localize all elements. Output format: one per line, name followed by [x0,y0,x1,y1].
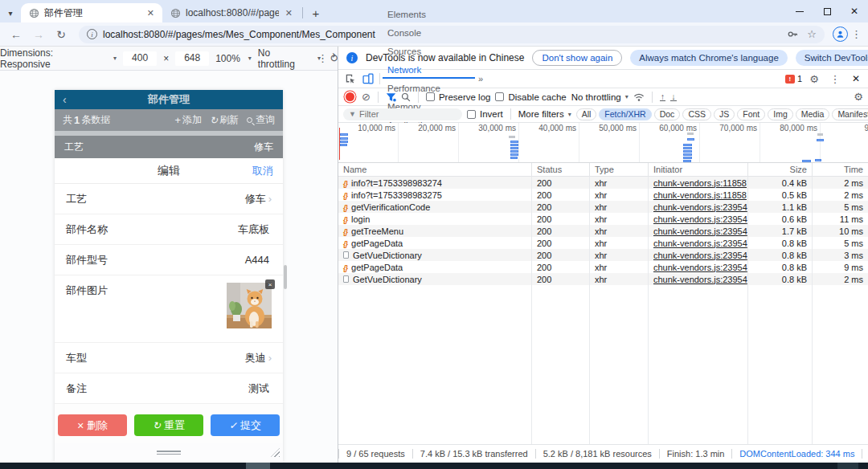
request-type-filter-pill[interactable]: Manifest [832,108,868,120]
request-type-filter-pill[interactable]: Font [737,108,765,120]
form-field-row[interactable]: 部件名称 车底板 [55,214,283,245]
device-toolbar-toggle-icon[interactable] [359,70,377,88]
device-toolbar-menu-icon[interactable]: ⋮ [317,52,328,64]
height-input[interactable] [175,51,209,66]
network-settings-icon[interactable]: ⚙ [854,91,863,103]
column-header-type[interactable]: Type [590,163,649,177]
record-network-log-button[interactable] [346,92,354,101]
back-chevron-icon[interactable]: ‹ [63,93,67,106]
network-request-row[interactable]: info?t=1753398983275 200 xhr chunk-vendo… [338,189,868,201]
network-overview-timeline[interactable]: 10,000 ms 20,000 ms 30,000 ms 40,000 ms … [338,123,868,163]
network-request-row[interactable]: getTreeMenu 200 xhr chunk-vendors.js:239… [338,225,868,237]
devtools-menu-icon[interactable]: ⋮ [826,70,844,88]
network-request-row[interactable]: getPageData 200 xhr chunk-vendors.js:239… [338,261,868,273]
request-type-filter-pill[interactable]: Media [796,108,830,120]
modal-action-button[interactable]: 重置 [134,414,203,436]
modal-action-button[interactable]: 删除 [58,414,127,436]
inspect-element-icon[interactable] [342,70,359,88]
network-request-row[interactable]: getVierificationCode 200 xhr chunk-vendo… [338,201,868,213]
devtools-close-icon[interactable]: ✕ [847,70,865,88]
browser-menu-icon[interactable]: ⋮ [851,28,862,40]
browser-tab-active[interactable]: 部件管理 ✕ [21,3,162,22]
column-header-time[interactable]: Time [813,163,868,177]
column-header-size[interactable]: Size [748,163,813,177]
more-tabs-button[interactable]: » [475,74,486,84]
window-close-button[interactable]: ✕ [841,0,868,22]
new-tab-button[interactable]: + [306,3,326,22]
profile-avatar[interactable] [833,27,848,42]
devtools-settings-icon[interactable]: ⚙ [805,70,823,88]
request-type-filter-pill[interactable]: All [576,108,597,120]
issues-badge[interactable]: ! 1 [785,74,802,84]
resize-corner-icon[interactable] [271,448,280,457]
devtools-tab[interactable]: Network [383,60,475,79]
request-type-filter-pill[interactable]: CSS [682,108,711,120]
initiator-link[interactable]: chunk-vendors.js:11858 [653,190,747,200]
tab-close-icon[interactable]: ✕ [145,8,156,18]
drag-handle[interactable] [157,451,181,456]
request-type-filter-pill[interactable]: Doc [654,108,681,120]
dont-show-again-button[interactable]: Don't show again [532,50,622,66]
disable-cache-checkbox[interactable]: Disable cache [495,92,566,102]
network-request-row[interactable]: info?t=1753398983274 200 xhr chunk-vendo… [338,177,868,189]
throttling-select[interactable]: No throttling▾ [571,92,628,102]
bookmark-star-icon[interactable]: ☆ [807,28,817,40]
request-type-filter-pill[interactable]: JS [714,108,735,120]
column-header-initiator[interactable]: Initiator [649,163,748,177]
part-photo[interactable]: × [227,283,272,328]
initiator-link[interactable]: chunk-vendors.js:23954 [653,202,747,212]
form-field-row[interactable]: 车型 奥迪› [55,343,283,373]
network-request-row[interactable]: GetVueDictionary 200 xhr chunk-vendors.j… [338,249,868,261]
network-request-row[interactable]: getPageData 200 xhr chunk-vendors.js:239… [338,237,868,249]
search-icon[interactable] [401,92,411,102]
request-type-filter-pill[interactable]: Fetch/XHR [599,108,651,120]
initiator-link[interactable]: chunk-vendors.js:23954 [653,263,747,272]
browser-tab-inactive[interactable]: localhost:8080/#/pages/men ✕ [162,3,301,22]
invert-checkbox[interactable]: Invert [467,109,503,119]
filter-funnel-icon[interactable] [386,92,396,102]
form-field-row[interactable]: 部件型号 A444 [55,245,283,275]
delete-image-badge[interactable]: × [265,279,275,289]
site-info-icon[interactable]: i [87,29,97,39]
initiator-link[interactable]: chunk-vendors.js:23954 [653,214,747,224]
match-language-button[interactable]: Always match Chrome's language [630,50,788,66]
window-minimize-button[interactable] [786,0,813,22]
rotate-device-icon[interactable]: ⥁ [330,52,338,64]
toolbar-action-button[interactable]: 查询 [247,113,275,127]
preserve-log-checkbox[interactable]: Preserve log [426,92,491,102]
form-field-row[interactable]: 工艺 修车› [55,184,283,214]
network-request-row[interactable]: GetVueDictionary 200 xhr chunk-vendors.j… [338,273,868,285]
export-har-icon[interactable]: ↓ [670,92,677,101]
modal-action-button[interactable]: 提交 [211,414,280,436]
network-request-row[interactable]: login 200 xhr chunk-vendors.js:23954 0.6… [338,213,868,225]
tab-close-icon[interactable]: ✕ [284,8,294,18]
reload-button[interactable]: ↻ [51,25,71,44]
back-button[interactable]: ← [6,25,26,44]
initiator-link[interactable]: chunk-vendors.js:23954 [653,275,747,284]
throttling-select[interactable]: No throttling [258,47,309,70]
initiator-link[interactable]: chunk-vendors.js:23954 [653,239,747,248]
window-maximize-button[interactable] [813,0,841,22]
tab-search-button[interactable]: ▾ [0,3,21,22]
forward-button[interactable]: → [29,25,48,44]
zoom-select[interactable]: 100% [215,53,240,64]
devtools-tab[interactable]: Sources [383,42,475,60]
switch-to-chinese-button[interactable]: Switch DevTools to Chinese [796,50,868,66]
import-har-icon[interactable]: ↑ [660,92,666,101]
network-conditions-icon[interactable] [633,92,645,102]
list-row[interactable]: 工艺修车 [55,136,283,158]
devtools-tab[interactable]: Console [383,23,475,42]
toolbar-action-button[interactable]: 添加 [174,113,202,127]
column-header-name[interactable]: Name [338,163,532,177]
filter-input[interactable] [343,108,462,120]
column-header-status[interactable]: Status [532,163,590,177]
password-key-icon[interactable] [787,28,799,40]
initiator-link[interactable]: chunk-vendors.js:23954 [653,226,747,236]
initiator-link[interactable]: chunk-vendors.js:23954 [653,251,747,260]
cancel-button[interactable]: 取消 [252,164,273,178]
request-type-filter-pill[interactable]: Img [768,108,793,120]
form-field-row[interactable]: 备注 测试 [55,373,283,404]
clear-network-log-icon[interactable]: ⊘ [362,91,371,103]
toolbar-action-button[interactable]: 刷新 [210,113,239,127]
width-input[interactable] [123,51,157,66]
